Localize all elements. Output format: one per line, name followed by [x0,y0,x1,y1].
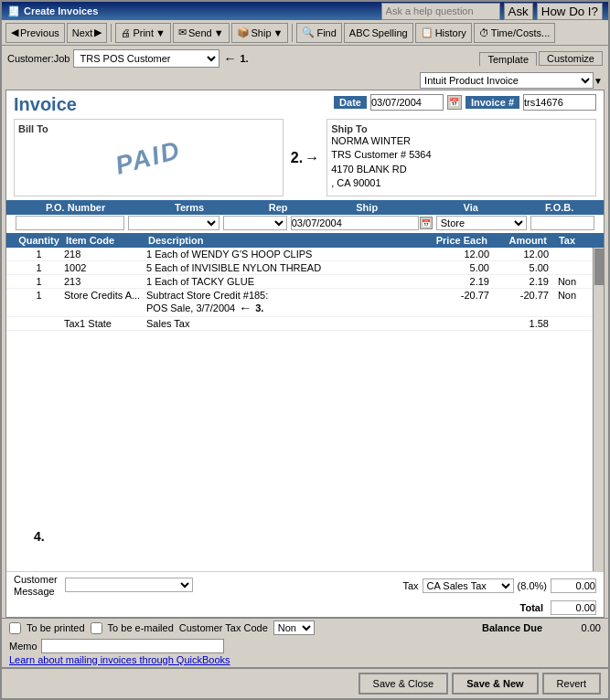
customer-select[interactable]: TRS POS Customer [73,49,219,68]
annotation-3: 3. [255,302,263,313]
send-button[interactable]: ✉ Send ▼ [173,23,230,43]
next-button[interactable]: Next ▶ [67,23,108,43]
ship-date-calendar[interactable]: 📅 [420,217,433,229]
po-number-input[interactable] [16,216,124,230]
spelling-button[interactable]: ABC Spelling [344,23,413,43]
template-tab[interactable]: Template [479,52,537,66]
to-be-printed-label: To be printed [27,622,85,633]
time-costs-button[interactable]: ⏱ Time/Costs... [474,23,555,43]
ask-button[interactable]: Ask [504,3,533,20]
tax-amount-input[interactable] [551,578,596,593]
print-button[interactable]: 🖨 Print ▼ [115,23,171,43]
template-select[interactable]: Intuit Product Invoice [420,72,594,89]
invoice-title: Invoice [14,94,334,115]
action-bar: Save & Close Save & New Revert [2,667,608,698]
memo-row: Memo [9,639,601,653]
memo-input[interactable] [41,639,224,653]
cell-item-1: 218 [64,249,146,260]
terms-select[interactable] [128,216,219,230]
window-title: 🧾 Create Invoices [7,5,98,17]
separator-1 [111,24,112,42]
link-row: Learn about mailing invoices through Qui… [9,654,601,665]
paid-stamp: PAID [112,135,185,181]
table-row: 1 213 1 Each of TACKY GLUE 2.19 2.19 Non [6,275,604,289]
cell-price-3: 2.19 [425,276,489,287]
customize-button[interactable]: Customize [539,51,603,66]
arrow-2-annotation: 2. → [291,150,319,166]
message-inputs [65,578,193,593]
amount-header: Amount [489,234,549,247]
cell-qty-2: 1 [14,262,64,273]
scroll-thumb[interactable] [594,249,604,285]
history-button[interactable]: 📋 History [415,23,472,43]
cell-qty-4: 1 [14,290,64,301]
invoice-area: Invoice Date 📅 Invoice # Bill To PAID 2.… [5,90,605,618]
fob-input[interactable] [530,216,594,230]
tax-label: Tax [402,580,418,591]
title-bar: 🧾 Create Invoices Ask How Do I? [2,2,608,20]
table-row: 1 Store Credits A... Subtract Store Cred… [6,289,604,317]
invoice-num-input[interactable] [523,94,596,111]
ship-company: TRS Customer # 5364 [331,148,592,162]
memo-label: Memo [9,641,37,652]
price-each-header: Price Each [425,234,489,247]
scrollbar[interactable] [593,248,604,571]
annotation-1: 1. [240,53,248,64]
date-calendar-button[interactable]: 📅 [447,95,462,110]
help-input[interactable] [381,3,500,20]
total-amount-input[interactable] [551,600,596,615]
save-new-button[interactable]: Save & New [452,673,538,695]
via-select[interactable]: Store [436,216,528,230]
total-row: Total [6,599,604,617]
cell-tax-4: Non [549,290,585,301]
cell-tax-3: Non [549,276,585,287]
previous-button[interactable]: ◀ Previous [5,23,65,43]
rep-select[interactable] [223,216,287,230]
ship-date-input[interactable] [291,216,419,230]
cell-amount-3: 2.19 [489,276,549,287]
tax-select[interactable]: CA Sales Tax [423,578,514,593]
customer-tax-code-select[interactable]: Non [273,620,315,635]
balance-due-label: Balance Due [482,622,542,633]
customer-message-label: Customer [14,574,58,585]
save-close-button[interactable]: Save & Close [359,673,449,695]
customer-message-select[interactable] [65,578,193,592]
po-number-header: P.O. Number [14,201,137,214]
fob-header: F.O.B. [522,201,596,214]
find-button[interactable]: 🔍 Find [296,23,341,43]
table-body: 1 218 1 Each of WENDY G'S HOOP CLIPS 12.… [6,248,604,571]
item-code-header: Item Code [64,234,146,247]
arrow-3-icon: ← [239,301,251,315]
how-do-i-button[interactable]: How Do I? [537,3,603,20]
mailing-link[interactable]: Learn about mailing invoices through Qui… [9,654,230,665]
title-bar-controls: Ask How Do I? [381,3,603,20]
ship-to-label: Ship To [331,123,592,134]
to-be-emailed-checkbox[interactable] [91,622,102,634]
revert-button[interactable]: Revert [542,673,601,695]
cell-item-4: Store Credits A... [64,290,146,301]
memo-link-section: Memo Learn about mailing invoices throug… [2,637,608,667]
ship-street: 4170 BLANK RD [331,163,592,176]
annotation-4: 4. [34,529,45,544]
table-row: 1 1002 5 Each of INVISIBLE NYLON THREAD … [6,261,604,275]
to-be-printed-checkbox[interactable] [9,622,21,634]
cell-item-5: Tax1 State [64,318,146,329]
annotation-4-area: 4. [34,529,45,544]
ship-button[interactable]: 📦 Ship ▼ [231,23,289,43]
table-row: 1 218 1 Each of WENDY G'S HOOP CLIPS 12.… [6,248,604,261]
bill-to-label: Bill To [18,123,279,134]
quantity-header: Quantity [14,234,64,247]
cell-qty-3: 1 [14,276,64,287]
date-input[interactable] [370,94,444,111]
customer-label: Customer:Job [7,53,70,64]
cell-qty-1: 1 [14,249,64,260]
cell-desc-4: Subtract Store Credit #185: POS Sale, 3/… [146,290,425,315]
rep-header: Rep [241,201,316,214]
customer-message-section: Customer Message [14,574,58,597]
tax-header: Tax [549,234,585,247]
main-window: 🧾 Create Invoices Ask How Do I? ◀ Previo… [0,0,610,700]
ship-name: NORMA WINTER [331,134,592,148]
cell-item-3: 213 [64,276,146,287]
date-label: Date [334,96,367,109]
ship-header: Ship [315,201,418,214]
